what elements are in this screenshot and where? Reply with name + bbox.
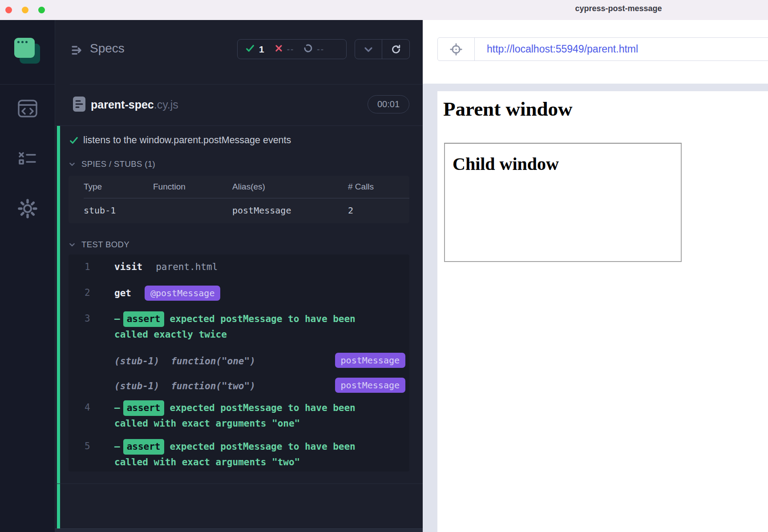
passed-check-icon [245, 44, 255, 55]
settings-gear-icon[interactable] [0, 198, 55, 219]
command-number: 5 [85, 439, 90, 453]
specs-panel-title: Specs [90, 41, 125, 56]
assert-badge: assert [123, 311, 164, 327]
command-assert-args-two[interactable]: 5 –assertexpected postMessage to have be… [69, 439, 409, 470]
command-number: 4 [85, 400, 90, 415]
command-arg: parent.html [156, 262, 218, 272]
alias-badge[interactable]: postMessage [335, 353, 405, 368]
col-header-function: Function [153, 182, 186, 192]
command-number: 1 [85, 260, 90, 274]
reporter-panel: Specs 1 -- -- [55, 20, 423, 532]
stub-call-row[interactable]: (stub-1)function("one") postMessage [69, 354, 409, 368]
assert-badge: assert [123, 400, 164, 416]
close-window-button[interactable] [5, 7, 12, 13]
col-header-type: Type [84, 182, 102, 192]
pending-circle-icon [303, 44, 313, 55]
spec-duration-badge: 00:01 [368, 95, 409, 113]
sidebar [0, 20, 55, 532]
aut-browser-panel: http://localhost:55949/parent.html Paren… [423, 20, 768, 532]
parent-window-heading: Parent window [443, 97, 572, 121]
chevron-down-icon [68, 241, 76, 248]
stub-call-row[interactable]: (stub-1)function("two") postMessage [69, 379, 409, 393]
test-stats: 1 -- -- [237, 39, 347, 59]
failed-x-icon [275, 44, 283, 54]
fullscreen-window-button[interactable] [38, 7, 45, 13]
stub-aliases-cell: postMessage [232, 205, 291, 216]
test-body-section-header[interactable]: TEST BODY [68, 240, 129, 250]
col-header-calls: # Calls [348, 182, 374, 192]
pending-count: -- [317, 44, 324, 54]
crosshair-icon [450, 43, 462, 56]
spec-actions [355, 39, 410, 59]
passed-count: 1 [259, 44, 264, 55]
test-result-row[interactable]: listens to the window.parent.postMessage… [69, 135, 291, 146]
titlebar: cypress-post-message [0, 0, 768, 20]
assert-message: –assertexpected postMessage to have been… [114, 439, 387, 470]
command-number: 2 [85, 286, 90, 300]
aut-page: Parent window Child window [437, 91, 768, 532]
stub-call-args: function("one") [171, 356, 255, 367]
spies-stubs-label: SPIES / STUBS (1) [81, 159, 155, 169]
stub-call-label: (stub-1) [114, 381, 159, 391]
specs-menu-icon[interactable] [70, 43, 85, 59]
url-address[interactable]: http://localhost:55949/parent.html [475, 43, 638, 55]
assert-message: –assertexpected postMessage to have been… [114, 400, 387, 431]
failed-count: -- [287, 44, 295, 54]
spies-stubs-section-header[interactable]: SPIES / STUBS (1) [68, 159, 155, 169]
url-bar: http://localhost:55949/parent.html [437, 37, 768, 61]
reporter-bottom-divider [55, 484, 423, 484]
child-window-heading: Child window [453, 153, 559, 174]
col-header-aliases: Alias(es) [232, 182, 265, 192]
cypress-logo-icon[interactable] [13, 37, 42, 65]
rerun-tests-button[interactable] [382, 40, 409, 59]
cypress-app-window: cypress-post-message [0, 0, 768, 532]
table-header-divider [84, 198, 409, 198]
assert-badge: assert [123, 439, 164, 455]
runs-list-icon[interactable] [0, 152, 55, 165]
reporter-footer [55, 528, 423, 532]
command-log: 1 visitparent.html 2 get@postMessage 3 –… [69, 254, 409, 472]
child-iframe: Child window [444, 143, 682, 262]
command-visit[interactable]: 1 visitparent.html [69, 260, 409, 274]
window-title: cypress-post-message [556, 4, 681, 13]
spec-file-divider [55, 125, 423, 126]
stub-calls-cell: 2 [348, 205, 353, 216]
command-assert-twice[interactable]: 3 –assertexpected postMessage to have be… [69, 311, 409, 343]
sidebar-divider [0, 84, 55, 85]
passed-test-accent-bar [57, 126, 60, 532]
command-number: 3 [85, 311, 90, 326]
command-get[interactable]: 2 get@postMessage [69, 286, 409, 301]
stub-type-cell: stub-1 [84, 205, 116, 216]
selector-playground-button[interactable] [438, 38, 475, 60]
header-divider [70, 84, 423, 85]
test-body-label: TEST BODY [81, 240, 129, 250]
spec-file-name[interactable]: parent-spec.cy.js [91, 98, 178, 111]
test-title: listens to the window.parent.postMessage… [83, 135, 291, 146]
stub-call-label: (stub-1) [114, 356, 159, 367]
spec-file-icon [72, 96, 86, 114]
chevron-down-icon [68, 161, 76, 168]
minimize-window-button[interactable] [22, 7, 28, 13]
test-passed-check-icon [69, 136, 79, 145]
collapse-tests-button[interactable] [355, 40, 382, 59]
alias-badge[interactable]: postMessage [335, 378, 405, 393]
stub-call-args: function("two") [171, 381, 255, 391]
command-method: get [114, 288, 131, 298]
alias-badge[interactable]: @postMessage [145, 286, 221, 301]
assert-message: –assertexpected postMessage to have been… [114, 311, 387, 343]
command-method: visit [114, 262, 142, 272]
command-assert-args-one[interactable]: 4 –assertexpected postMessage to have be… [69, 400, 409, 431]
spies-stubs-table: Type Function Alias(es) # Calls stub-1 p… [69, 176, 409, 223]
specs-browser-icon[interactable] [0, 99, 55, 118]
